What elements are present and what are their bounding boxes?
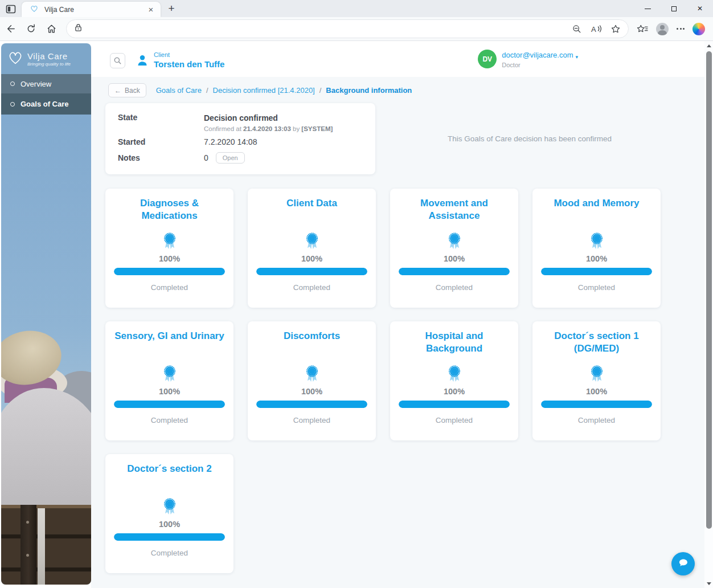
cards-grid: Diagnoses & Medications 100% Completed C… bbox=[105, 189, 661, 573]
client-name[interactable]: Torsten den Tuffe bbox=[154, 59, 224, 69]
completion-status: Completed bbox=[105, 283, 233, 292]
progress-percent: 100% bbox=[248, 254, 376, 263]
section-card[interactable]: Diagnoses & Medications 100% Completed bbox=[105, 189, 233, 308]
favorites-bar-icon[interactable] bbox=[637, 23, 648, 35]
completion-status: Completed bbox=[105, 416, 233, 424]
heart-favicon-icon bbox=[30, 4, 39, 15]
back-button[interactable]: ← Back bbox=[108, 83, 146, 97]
close-tab-icon[interactable]: × bbox=[146, 5, 156, 15]
toolbar-right-icons bbox=[637, 23, 705, 35]
client-label: Client bbox=[154, 51, 224, 58]
award-ribbon-icon bbox=[248, 365, 376, 385]
scroll-up-icon[interactable] bbox=[707, 44, 711, 47]
main-content: Client Torsten den Tuffe DV doctor@vilja… bbox=[91, 41, 704, 588]
progress-bar-fill bbox=[399, 401, 510, 408]
close-window-icon[interactable]: ✕ bbox=[687, 0, 713, 17]
zoom-out-icon[interactable] bbox=[571, 23, 583, 35]
logo-tagline: Bringing quality to life bbox=[27, 62, 71, 67]
chevron-down-icon: ▾ bbox=[575, 54, 578, 60]
completion-status: Completed bbox=[532, 283, 661, 292]
new-tab-icon[interactable]: + bbox=[165, 2, 178, 15]
breadcrumb-separator: / bbox=[319, 86, 322, 95]
state-label: State bbox=[118, 113, 204, 122]
address-bar[interactable]: A bbox=[66, 19, 629, 38]
progress-bar bbox=[256, 401, 367, 408]
notes-count: 0 bbox=[204, 153, 208, 162]
progress-bar bbox=[399, 268, 510, 275]
search-button[interactable] bbox=[110, 53, 125, 68]
progress-bar-fill bbox=[114, 533, 225, 541]
chat-bubble-icon bbox=[677, 557, 689, 571]
award-ribbon-icon bbox=[532, 365, 661, 385]
section-card[interactable]: Doctor´s section 2 100% Completed bbox=[105, 454, 233, 573]
heart-logo-icon bbox=[7, 49, 24, 68]
section-card[interactable]: Client Data 100% Completed bbox=[248, 189, 376, 308]
progress-percent: 100% bbox=[390, 387, 518, 396]
award-ribbon-icon bbox=[105, 232, 233, 252]
progress-percent: 100% bbox=[105, 254, 233, 263]
circle-bullet-icon bbox=[10, 81, 15, 86]
user-role: Doctor bbox=[502, 62, 578, 68]
card-title: Mood and Memory bbox=[532, 197, 661, 232]
completion-status: Completed bbox=[532, 416, 661, 424]
app-header: Client Torsten den Tuffe DV doctor@vilja… bbox=[91, 41, 704, 77]
browser-profile-icon[interactable] bbox=[656, 23, 669, 35]
notes-row: Notes 0 Open bbox=[118, 152, 375, 164]
breadcrumb-item-goals-of-care[interactable]: Goals of Care bbox=[156, 86, 202, 95]
window-controls: ✕ bbox=[634, 0, 713, 17]
section-card[interactable]: Hospital and Background 100% Completed bbox=[390, 321, 518, 440]
favorite-star-icon[interactable] bbox=[610, 23, 621, 35]
client-person-icon bbox=[136, 54, 149, 67]
home-icon[interactable] bbox=[46, 23, 57, 35]
maximize-icon[interactable] bbox=[661, 0, 687, 17]
breadcrumb-separator: / bbox=[206, 86, 208, 95]
state-confirmed-detail: Confirmed at 21.4.2020 13:03 by [SYSTEM] bbox=[204, 125, 375, 132]
state-row: State Decision confirmed Confirmed at 21… bbox=[118, 113, 375, 132]
progress-percent: 100% bbox=[105, 387, 233, 396]
progress-percent: 100% bbox=[390, 254, 518, 263]
started-label: Started bbox=[118, 137, 204, 146]
back-icon[interactable] bbox=[5, 23, 16, 35]
browser-tab[interactable]: Vilja Care × bbox=[22, 2, 161, 17]
card-title: Diagnoses & Medications bbox=[105, 197, 233, 232]
card-title: Client Data bbox=[248, 197, 376, 232]
progress-bar-fill bbox=[256, 401, 367, 408]
section-card[interactable]: Movement and Assistance 100% Completed bbox=[390, 189, 518, 308]
completion-status: Completed bbox=[390, 416, 518, 424]
chat-button[interactable] bbox=[671, 552, 695, 575]
section-card[interactable]: Sensory, GI and Urinary 100% Completed bbox=[105, 321, 233, 440]
page-scrollbar[interactable] bbox=[704, 41, 713, 588]
sidebar-item-goals-of-care[interactable]: Goals of Care bbox=[1, 93, 91, 115]
minimize-icon[interactable] bbox=[634, 0, 661, 17]
sidebar: Vilja Care Bringing quality to life Over… bbox=[1, 43, 91, 585]
tab-actions-icon[interactable] bbox=[5, 3, 17, 15]
open-notes-button[interactable]: Open bbox=[216, 152, 245, 164]
breadcrumb-item-decision-confirmed[interactable]: Decision confirmed [21.4.2020] bbox=[213, 86, 315, 95]
progress-bar-fill bbox=[541, 401, 652, 408]
section-card[interactable]: Discomforts 100% Completed bbox=[248, 321, 376, 440]
started-row: Started 7.2.2020 14:08 bbox=[118, 137, 375, 146]
progress-bar-fill bbox=[114, 401, 225, 408]
more-options-icon[interactable] bbox=[677, 28, 685, 30]
section-card[interactable]: Mood and Memory 100% Completed bbox=[532, 189, 661, 308]
refresh-icon[interactable] bbox=[25, 23, 36, 35]
section-card[interactable]: Doctor´s section 1 (DG/MED) 100% Complet… bbox=[532, 321, 661, 440]
app-logo[interactable]: Vilja Care Bringing quality to life bbox=[1, 43, 91, 74]
user-menu[interactable]: DV doctor@viljacare.com▾ Doctor bbox=[478, 50, 578, 68]
sidebar-item-label: Goals of Care bbox=[21, 100, 69, 108]
breadcrumb: ← Back Goals of Care / Decision confirme… bbox=[108, 83, 412, 97]
progress-percent: 100% bbox=[532, 387, 661, 396]
read-aloud-icon[interactable]: A bbox=[591, 23, 602, 35]
sidebar-item-overview[interactable]: Overview bbox=[1, 74, 91, 93]
scroll-down-icon[interactable] bbox=[707, 582, 711, 585]
progress-bar bbox=[541, 401, 652, 408]
progress-percent: 100% bbox=[248, 387, 376, 396]
award-ribbon-icon bbox=[248, 232, 376, 252]
copilot-icon[interactable] bbox=[692, 23, 705, 35]
user-avatar[interactable]: DV bbox=[478, 50, 497, 68]
progress-bar bbox=[114, 268, 225, 275]
scrollbar-thumb[interactable] bbox=[706, 51, 712, 529]
sidebar-photo bbox=[1, 115, 91, 585]
lock-icon[interactable] bbox=[73, 23, 83, 35]
progress-bar-fill bbox=[256, 268, 367, 275]
